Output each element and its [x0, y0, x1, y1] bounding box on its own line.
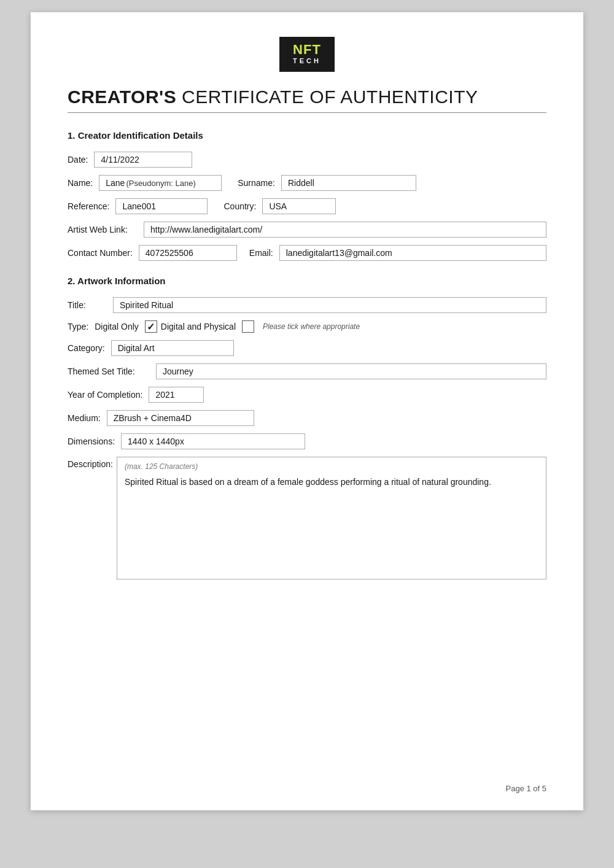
page-footer: Page 1 of 5	[506, 784, 547, 793]
pseudonym-note: (Pseudonym: Lane)	[126, 179, 195, 188]
category-label: Category:	[68, 343, 105, 353]
weblink-field[interactable]: http://www.lanedigitalart.com/	[144, 222, 546, 238]
category-row: Category: Digital Art	[68, 340, 546, 356]
name-label: Name:	[68, 178, 93, 188]
title-divider	[68, 112, 546, 113]
reference-label: Reference:	[68, 201, 109, 211]
phone-row: Contact Number: 4072525506 Email: lanedi…	[68, 245, 546, 261]
section-2: 2. Artwork Information Title: Spirited R…	[68, 276, 546, 579]
year-label: Year of Completion:	[68, 390, 142, 400]
logo-tech-text: TECH	[290, 56, 324, 66]
surname-label: Surname:	[238, 178, 275, 188]
section-1-heading: 1. Creator Identification Details	[68, 130, 546, 141]
date-row: Date: 4/11/2022	[68, 152, 546, 168]
section-2-heading: 2. Artwork Information	[68, 276, 546, 286]
description-hint: (max. 125 Characters)	[125, 462, 538, 471]
logo-box: NFT TECH	[279, 37, 335, 72]
themed-field[interactable]: Journey	[156, 363, 546, 379]
artwork-title-field[interactable]: Spirited Ritual	[113, 297, 546, 313]
country-label: Country:	[223, 201, 256, 211]
description-row: Description: (max. 125 Characters) Spiri…	[68, 457, 546, 579]
dimensions-label: Dimensions:	[68, 436, 115, 446]
reference-row: Reference: Lane001 Country: USA	[68, 198, 546, 214]
phone-label: Contact Number:	[68, 248, 133, 258]
logo-container: NFT TECH	[68, 37, 546, 72]
year-row: Year of Completion: 2021	[68, 387, 546, 403]
email-label: Email:	[249, 248, 273, 258]
digital-only-tick: ✓	[147, 321, 155, 333]
artwork-title-label: Title:	[68, 300, 111, 310]
email-field[interactable]: lanedigitalart13@gmail.com	[279, 245, 546, 261]
certificate-page: NFT TECH CREATOR'S CERTIFICATE OF AUTHEN…	[31, 12, 583, 810]
name-row: Name: Lane (Pseudonym: Lane) Surname: Ri…	[68, 175, 546, 191]
medium-row: Medium: ZBrush + Cinema4D	[68, 410, 546, 426]
description-text: Spirited Ritual is based on a dream of a…	[125, 476, 538, 489]
themed-label: Themed Set Title:	[68, 366, 154, 376]
medium-field[interactable]: ZBrush + Cinema4D	[107, 410, 254, 426]
dimensions-row: Dimensions: 1440 x 1440px	[68, 433, 546, 449]
themed-row: Themed Set Title: Journey	[68, 363, 546, 379]
title-rest: CERTIFICATE OF AUTHENTICITY	[176, 87, 478, 107]
section-1: 1. Creator Identification Details Date: …	[68, 130, 546, 261]
date-label: Date:	[68, 155, 88, 165]
name-field[interactable]: Lane (Pseudonym: Lane)	[99, 175, 222, 191]
surname-field[interactable]: Riddell	[281, 175, 416, 191]
reference-field[interactable]: Lane001	[115, 198, 208, 214]
artwork-title-row: Title: Spirited Ritual	[68, 297, 546, 313]
description-label: Description:	[68, 457, 113, 469]
weblink-label: Artist Web Link:	[68, 225, 141, 234]
category-field[interactable]: Digital Art	[111, 340, 234, 356]
name-value: Lane	[106, 178, 125, 188]
title-bold: CREATOR'S	[68, 87, 176, 107]
date-field[interactable]: 4/11/2022	[94, 152, 192, 168]
digital-physical-label: Digital and Physical	[161, 322, 236, 331]
digital-physical-checkbox[interactable]	[242, 320, 254, 333]
logo-nft-text: NFT	[290, 43, 324, 56]
main-title: CREATOR'S CERTIFICATE OF AUTHENTICITY	[68, 87, 546, 107]
tick-note: Please tick where appropriate	[263, 322, 360, 331]
country-field[interactable]: USA	[262, 198, 336, 214]
type-label: Type:	[68, 322, 88, 331]
page-number: Page 1 of 5	[506, 784, 547, 793]
phone-field[interactable]: 4072525506	[139, 245, 237, 261]
medium-label: Medium:	[68, 413, 101, 423]
year-field[interactable]: 2021	[149, 387, 204, 403]
type-row: Type: Digital Only ✓ Digital and Physica…	[68, 320, 546, 333]
weblink-row: Artist Web Link: http://www.lanedigitala…	[68, 222, 546, 238]
digital-only-checkbox[interactable]: ✓	[145, 320, 157, 333]
dimensions-field[interactable]: 1440 x 1440px	[121, 433, 305, 449]
digital-only-label: Digital Only	[95, 322, 139, 331]
description-box[interactable]: (max. 125 Characters) Spirited Ritual is…	[117, 457, 546, 579]
